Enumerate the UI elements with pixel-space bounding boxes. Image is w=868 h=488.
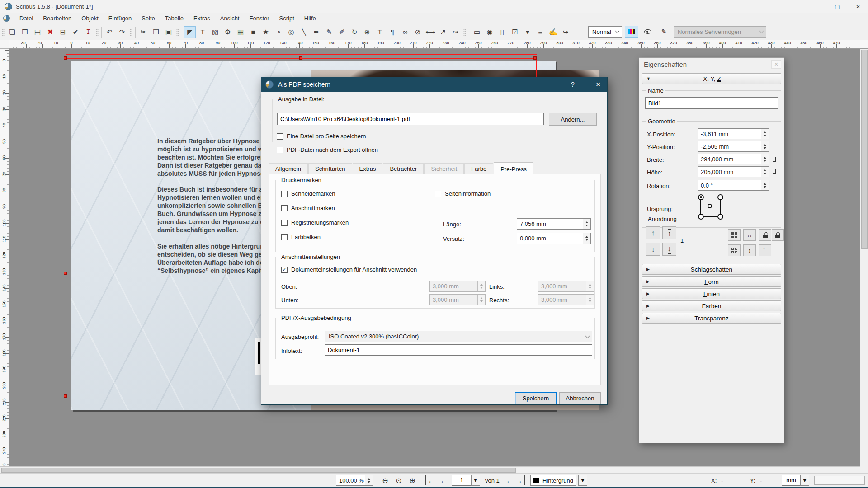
height-spinbox[interactable]: 205,000 mm (698, 166, 769, 177)
width-spinbox[interactable]: 284,000 mm (698, 154, 769, 164)
registration-marks-checkbox[interactable] (281, 220, 288, 226)
page-info-checkbox[interactable] (435, 191, 441, 197)
horizontal-scrollbar[interactable] (0, 466, 860, 473)
flip-horizontal-button[interactable]: ↔ (743, 229, 756, 241)
basepoint-widget[interactable] (700, 197, 721, 217)
section-linien[interactable]: ▶Linien (642, 288, 781, 299)
zoom-out-button[interactable]: ⊖ (379, 475, 391, 485)
crop-marks-checkbox[interactable] (281, 191, 288, 197)
insert-polygon-button[interactable]: ★ (260, 26, 272, 38)
link-text-frames-button[interactable]: ∞ (399, 26, 411, 38)
rotation-spinbox[interactable]: 0,0 ° (698, 180, 769, 191)
insert-arc-button[interactable]: ◔ (273, 26, 284, 38)
file-save-button[interactable]: ▤ (32, 26, 43, 38)
section-form[interactable]: ▶Form (642, 276, 781, 287)
spin-arrows-icon[interactable] (761, 180, 769, 190)
tab-pre-press[interactable]: Pre-Press (494, 162, 533, 175)
menu-objekt[interactable]: Objekt (76, 14, 104, 23)
info-string-input[interactable] (325, 344, 592, 356)
first-page-button[interactable]: ← (425, 475, 436, 485)
section-schlagschatten[interactable]: ▶Schlagschatten (642, 264, 781, 275)
insert-spiral-button[interactable]: ◎ (285, 26, 297, 38)
dialog-help-button[interactable]: ? (565, 77, 580, 92)
save-button[interactable]: Speichern (515, 392, 557, 404)
pdf-radio-button-button[interactable]: ◉ (484, 26, 495, 38)
frame-handle-top-left[interactable] (64, 56, 67, 60)
insert-shape-button[interactable]: ■ (247, 26, 259, 38)
toolbar-drag-handle[interactable] (463, 27, 466, 37)
output-profile-combo[interactable]: ISO Coated v2 300% (basICColor) (325, 331, 592, 342)
tab-betrachter[interactable]: Betrachter (383, 163, 424, 174)
basepoint-bottom-right[interactable] (717, 214, 723, 220)
menu-seite[interactable]: Seite (137, 14, 160, 23)
insert-table-button[interactable]: ▦ (235, 26, 246, 38)
horizontal-scrollbar-thumb[interactable] (1, 468, 516, 473)
section-farben[interactable]: ▶Farben (642, 300, 781, 311)
undo-button[interactable]: ↶ (104, 26, 115, 38)
color-management-toggle[interactable] (625, 26, 638, 38)
spin-arrows-icon[interactable] (583, 219, 590, 229)
send-to-layer-button[interactable] (759, 244, 771, 256)
redo-button[interactable]: ↷ (116, 26, 128, 38)
lock-object-button[interactable] (759, 229, 771, 241)
frame-handle-top-right[interactable] (533, 56, 537, 60)
basepoint-center[interactable] (708, 204, 712, 208)
raise-to-top-button[interactable]: ↑ (662, 226, 676, 239)
color-bars-row[interactable]: Farbbalken (281, 234, 321, 240)
toolbar-drag-handle[interactable] (130, 27, 132, 37)
tab-farbe[interactable]: Farbe (464, 163, 493, 174)
output-path-input[interactable] (277, 113, 544, 125)
pdf-text-annotation-button[interactable]: ✍ (547, 26, 559, 38)
pdf-text-field-button[interactable]: ▯ (496, 26, 508, 38)
offset-spinbox[interactable]: 0,000 mm (517, 233, 591, 244)
tab-extras[interactable]: Extras (353, 163, 383, 174)
dialog-close-button[interactable]: ✕ (589, 77, 608, 92)
insert-calligraphic-line-button[interactable]: ✐ (336, 26, 348, 38)
unlink-text-frames-button[interactable]: ⊘ (412, 26, 424, 38)
use-doc-bleeds-row[interactable]: ✓ Dokumenteinstellungen für Anschnitt ve… (281, 266, 417, 273)
one-file-per-page-row[interactable]: Eine Datei pro Seite speichern (277, 133, 366, 140)
menu-einfügen[interactable]: Einfügen (104, 14, 137, 23)
basepoint-top-right[interactable] (717, 194, 723, 200)
unit-combo[interactable]: mm (782, 475, 801, 486)
preflight-verifier-button[interactable]: ✔ (70, 26, 81, 38)
maximize-button[interactable]: ▢ (827, 0, 848, 13)
previous-page-button[interactable]: ← (438, 475, 449, 485)
spin-arrows-icon[interactable] (761, 154, 769, 164)
lower-level-button[interactable]: ↓ (646, 243, 660, 256)
spin-arrows-icon[interactable] (761, 129, 769, 139)
open-after-export-checkbox[interactable] (277, 147, 283, 153)
y-position-spinbox[interactable]: -2,505 mm (698, 141, 769, 152)
vertical-scrollbar[interactable] (860, 49, 868, 466)
zoom-100-button[interactable]: ⊙ (393, 475, 405, 485)
pdf-list-box-button[interactable]: ≡ (534, 26, 546, 38)
change-path-button[interactable]: Ändern... (549, 113, 597, 126)
layer-combo[interactable]: Hintergrund (530, 475, 576, 486)
edit-contents-button[interactable]: T (374, 26, 386, 38)
spin-arrows-icon[interactable] (365, 475, 373, 485)
dialog-titlebar[interactable]: Als PDF speichern (261, 77, 607, 92)
flip-vertical-button[interactable]: ↕ (743, 244, 756, 256)
toolbar-drag-handle[interactable] (2, 27, 5, 37)
next-page-button[interactable]: → (501, 475, 512, 485)
crop-marks-row[interactable]: Schneidemarken (281, 190, 335, 197)
menu-bearbeiten[interactable]: Bearbeiten (38, 14, 76, 23)
pdf-check-box-button[interactable]: ☑ (509, 26, 521, 38)
minimize-button[interactable]: ─ (806, 0, 827, 13)
copy-item-properties-button[interactable]: ↗ (437, 26, 449, 38)
story-editor-button[interactable]: ¶ (387, 26, 398, 38)
file-new-button[interactable]: ❏ (6, 26, 18, 38)
file-print-button[interactable]: ⊟ (57, 26, 69, 38)
open-after-export-row[interactable]: PDF-Datei nach dem Export öffnen (277, 146, 378, 153)
eye-dropper-button[interactable]: ✑ (450, 26, 462, 38)
bleed-top-spinbox[interactable]: 3,000 mm (429, 281, 486, 292)
select-item-button[interactable]: ◤ (184, 26, 196, 38)
vertical-scrollbar-thumb[interactable] (861, 50, 868, 249)
spin-arrows-icon[interactable] (761, 141, 769, 151)
copy-button[interactable]: ❐ (150, 26, 162, 38)
raise-level-button[interactable]: ↑ (646, 226, 660, 239)
pdf-link-annotation-button[interactable]: ↪ (560, 26, 571, 38)
menu-extras[interactable]: Extras (189, 14, 215, 23)
registration-marks-row[interactable]: Registrierungsmarken (281, 219, 349, 226)
file-close-button[interactable]: ✖ (44, 26, 56, 38)
